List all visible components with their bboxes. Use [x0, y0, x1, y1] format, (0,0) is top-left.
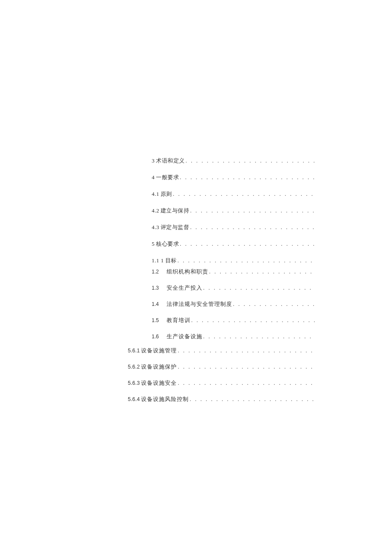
- toc-title: 术语和定义: [156, 157, 185, 165]
- toc-title: 核心要求: [156, 240, 179, 248]
- toc-entry: 1.1 1 目标 . . . . . . . . . . . . . . . .…: [128, 257, 315, 264]
- toc-leader: . . . . . . . . . . . . . . . . . . . . …: [233, 301, 315, 308]
- toc-leader: . . . . . . . . . . . . . . . . . . . . …: [178, 363, 315, 370]
- toc-entry: 5 核心要求 . . . . . . . . . . . . . . . . .…: [128, 240, 315, 248]
- toc-block-3: 5.6.1 设备设施管理 . . . . . . . . . . . . . .…: [128, 347, 315, 412]
- toc-num: 1.1 1: [152, 257, 164, 264]
- toc-num: 5.6.1: [128, 348, 140, 354]
- toc-num: 3: [152, 157, 155, 164]
- toc-entry: 4.2 建立与保持 . . . . . . . . . . . . . . . …: [128, 207, 315, 215]
- toc-entry: 1.2 组织机构和职责 . . . . . . . . . . . . . . …: [128, 268, 315, 276]
- toc-block-2: 1.2 组织机构和职责 . . . . . . . . . . . . . . …: [128, 268, 315, 349]
- toc-leader: . . . . . . . . . . . . . . . . . . . . …: [190, 207, 315, 214]
- toc-num: 1.5: [152, 317, 159, 323]
- toc-title: 组织机构和职责: [167, 268, 208, 276]
- toc-block-1: 3 术语和定义 . . . . . . . . . . . . . . . . …: [128, 157, 315, 273]
- toc-entry: 5.6.3 设备设施安全 . . . . . . . . . . . . . .…: [128, 379, 315, 387]
- toc-num: 5.6.4: [128, 396, 140, 402]
- toc-title: 设备设施管理: [141, 347, 177, 355]
- toc-entry: 4 一般要求 . . . . . . . . . . . . . . . . .…: [128, 174, 315, 181]
- toc-title: 设备设施安全: [141, 379, 177, 387]
- toc-num: 1.2: [152, 269, 159, 275]
- toc-entry: 1.6 生产设备设施 . . . . . . . . . . . . . . .…: [128, 333, 315, 340]
- toc-title: 建立与保持: [161, 207, 190, 215]
- toc-leader: . . . . . . . . . . . . . . . . . . . . …: [173, 191, 315, 198]
- toc-leader: . . . . . . . . . . . . . . . . . . . . …: [178, 380, 315, 386]
- toc-num: 4.3: [152, 224, 159, 231]
- toc-title: 设备设施风险控制: [141, 395, 189, 403]
- toc-num: 4: [152, 174, 155, 181]
- toc-title: 目标: [165, 257, 177, 264]
- toc-title: 一般要求: [156, 174, 179, 181]
- toc-title: 教育培训: [167, 317, 190, 324]
- toc-num: 1.4: [152, 301, 159, 307]
- toc-leader: . . . . . . . . . . . . . . . . . . . . …: [203, 285, 315, 291]
- toc-title: 设备设施保护: [141, 363, 177, 371]
- toc-num: 4.1: [152, 191, 159, 198]
- toc-entry: 5.6.2 设备设施保护 . . . . . . . . . . . . . .…: [128, 363, 315, 371]
- toc-leader: . . . . . . . . . . . . . . . . . . . . …: [178, 257, 316, 264]
- toc-num: 5: [152, 241, 155, 247]
- toc-entry: 1.3 安全生产投入 . . . . . . . . . . . . . . .…: [128, 284, 315, 292]
- toc-entry: 1.4 法律法规与安全管理制度 . . . . . . . . . . . . …: [128, 300, 315, 308]
- toc-leader: . . . . . . . . . . . . . . . . . . . . …: [190, 224, 315, 231]
- toc-entry: 3 术语和定义 . . . . . . . . . . . . . . . . …: [128, 157, 315, 165]
- toc-leader: . . . . . . . . . . . . . . . . . . . . …: [209, 268, 315, 275]
- toc-entry: 5.6.1 设备设施管理 . . . . . . . . . . . . . .…: [128, 347, 315, 355]
- toc-leader: . . . . . . . . . . . . . . . . . . . . …: [180, 174, 315, 181]
- toc-leader: . . . . . . . . . . . . . . . . . . . . …: [180, 241, 315, 247]
- toc-leader: . . . . . . . . . . . . . . . . . . . . …: [190, 396, 315, 403]
- toc-num: 1.3: [152, 285, 159, 291]
- toc-entry: 1.5 教育培训 . . . . . . . . . . . . . . . .…: [128, 317, 315, 324]
- toc-num: 4.2: [152, 207, 159, 214]
- toc-leader: . . . . . . . . . . . . . . . . . . . . …: [186, 157, 316, 164]
- toc-num: 1.6: [152, 334, 159, 340]
- toc-title: 生产设备设施: [167, 333, 202, 340]
- toc-num: 5.6.2: [128, 364, 140, 370]
- toc-num: 5.6.3: [128, 380, 140, 386]
- toc-leader: . . . . . . . . . . . . . . . . . . . . …: [178, 347, 315, 354]
- toc-leader: . . . . . . . . . . . . . . . . . . . . …: [191, 317, 315, 324]
- toc-title: 评定与监督: [161, 224, 190, 231]
- toc-title: 原则: [161, 190, 172, 198]
- toc-leader: . . . . . . . . . . . . . . . . . . . . …: [203, 333, 315, 340]
- toc-entry: 4.3 评定与监督 . . . . . . . . . . . . . . . …: [128, 224, 315, 231]
- toc-title: 法律法规与安全管理制度: [167, 300, 232, 308]
- toc-title: 安全生产投入: [167, 284, 202, 292]
- toc-entry: 5.6.4 设备设施风险控制 . . . . . . . . . . . . .…: [128, 395, 315, 403]
- toc-entry: 4.1 原则 . . . . . . . . . . . . . . . . .…: [128, 190, 315, 198]
